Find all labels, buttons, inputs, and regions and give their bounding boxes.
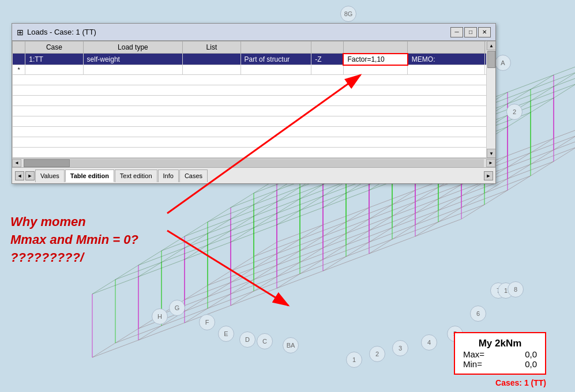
cell-loadtype-empty (83, 65, 183, 75)
info-box-title: My 2kNm (463, 338, 537, 349)
table-row-empty (13, 148, 495, 158)
tab-values[interactable]: Values (35, 169, 65, 182)
titlebar-left: ⊞ Loads - Case: 1 (TT) (17, 28, 96, 37)
scroll-track (24, 159, 484, 167)
node-circle: 8 (508, 281, 524, 297)
node-circle: 2 (369, 346, 385, 362)
scroll-thumb[interactable] (487, 51, 495, 68)
loads-table: Case Load type List 1:TT (12, 41, 495, 158)
tab-info[interactable]: Info (158, 169, 179, 182)
table-row-empty (13, 75, 495, 85)
cell-memo: MEMO: (408, 54, 485, 65)
annotation-line2: Mmax and Mmin = 0? (10, 231, 138, 249)
node-circle: 2 (506, 104, 523, 120)
table-row-empty (13, 137, 495, 148)
col-marker (13, 42, 25, 54)
table-row-empty (13, 85, 495, 96)
info-box-min-row: Min= 0,0 (463, 359, 537, 369)
horizontal-scrollbar[interactable]: ◄ ► (12, 158, 495, 167)
table-row-empty (13, 116, 495, 127)
table-row-empty (13, 127, 495, 137)
cell-factor: Factor=1,10 (343, 54, 407, 65)
cases-label: Cases: 1 (TT) (495, 378, 546, 387)
annotation-line1: Why momen (10, 213, 138, 231)
node-circle: BA (283, 337, 299, 353)
node-circle: C (257, 333, 273, 349)
table-header: Case Load type List (13, 42, 495, 54)
cell-loadtype: self-weight (83, 54, 183, 65)
cell-case-empty (25, 65, 83, 75)
col-loadtype: Load type (83, 42, 183, 54)
table-row-empty (13, 96, 495, 106)
scroll-left-button[interactable]: ◄ (12, 159, 21, 167)
scroll-up-button[interactable]: ▲ (487, 41, 495, 50)
scroll-down-button[interactable]: ▼ (487, 149, 495, 158)
table-row-empty (13, 106, 495, 116)
node-circle: 8G (340, 6, 356, 22)
min-value: 0,0 (525, 359, 537, 369)
cell-dir-empty (311, 65, 344, 75)
col-partofstructure (240, 42, 311, 54)
row-marker (13, 54, 25, 65)
col-case: Case (25, 42, 83, 54)
window-icon: ⊞ (17, 28, 24, 37)
maximize-button[interactable]: □ (464, 27, 477, 37)
tab-cases[interactable]: Cases (179, 169, 208, 182)
table-body: 1:TT self-weight Part of structur -Z Fac… (13, 54, 495, 158)
tab-scroll-right[interactable]: ► (484, 171, 493, 180)
cell-memo-empty (408, 65, 485, 75)
node-circle: A (495, 55, 511, 71)
close-button[interactable]: ✕ (478, 27, 491, 37)
info-box: My 2kNm Max= 0,0 Min= 0,0 (454, 332, 546, 375)
col-memo (408, 42, 485, 54)
table-row[interactable]: 1:TT self-weight Part of structur -Z Fac… (13, 54, 495, 65)
table-row-new[interactable]: * (13, 65, 495, 75)
node-circle: G (169, 300, 185, 316)
scroll-thumb-h[interactable] (24, 159, 70, 167)
col-factor (343, 42, 407, 54)
tab-text-edition[interactable]: Text edition (115, 169, 157, 182)
row-marker-star: * (13, 65, 25, 75)
window-title: Loads - Case: 1 (TT) (27, 28, 96, 36)
node-circle: F (199, 314, 215, 330)
loads-window: ⊞ Loads - Case: 1 (TT) ─ □ ✕ Case Load t… (12, 23, 496, 184)
node-circle: E (218, 326, 234, 342)
window-controls: ─ □ ✕ (450, 27, 491, 37)
scroll-right-button[interactable]: ► (486, 159, 495, 167)
window-titlebar: ⊞ Loads - Case: 1 (TT) ─ □ ✕ (12, 24, 495, 41)
node-circle: 4 (421, 334, 437, 350)
max-value: 0,0 (525, 349, 537, 359)
node-circle: 3 (392, 340, 408, 356)
min-label: Min= (463, 359, 482, 369)
node-circle: 1 (346, 352, 362, 368)
tab-nav-right[interactable]: ► (25, 171, 35, 180)
annotation-line3: ?????????/ (10, 249, 138, 267)
minimize-button[interactable]: ─ (450, 27, 463, 37)
cell-partofstructure: Part of structur (240, 54, 311, 65)
cell-list-empty (183, 65, 240, 75)
cell-list (183, 54, 240, 65)
vertical-scrollbar[interactable]: ▲ ▼ (486, 41, 495, 158)
cell-part-empty (240, 65, 311, 75)
info-box-max-row: Max= 0,0 (463, 349, 537, 359)
max-label: Max= (463, 349, 484, 359)
col-direction (311, 42, 344, 54)
node-circle: D (239, 331, 255, 348)
table-wrapper: Case Load type List 1:TT (12, 41, 495, 167)
cell-direction: -Z (311, 54, 344, 65)
tab-bar: ◄ ► Values Table edition Text edition In… (12, 167, 495, 183)
cell-case: 1:TT (25, 54, 83, 65)
tab-table-edition[interactable]: Table edition (65, 169, 114, 182)
col-list: List (183, 42, 240, 54)
annotation-text: Why momen Mmax and Mmin = 0? ?????????/ (10, 213, 138, 266)
tab-nav-left[interactable]: ◄ (15, 171, 24, 180)
node-circle: H (152, 308, 168, 325)
node-circle: 6 (470, 306, 486, 322)
cell-factor-empty (343, 65, 407, 75)
